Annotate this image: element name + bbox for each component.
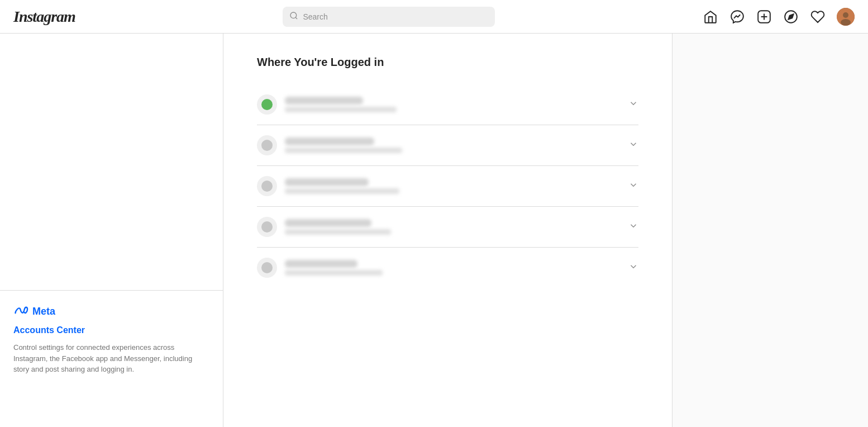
chevron-down-icon[interactable] [628, 262, 638, 274]
main-container: Meta Accounts Center Control settings fo… [0, 34, 868, 427]
session-left [257, 135, 402, 155]
svg-point-9 [841, 19, 851, 26]
chevron-down-icon[interactable] [628, 221, 638, 234]
search-container [283, 7, 495, 27]
left-sidebar: Meta Accounts Center Control settings fo… [0, 34, 223, 427]
session-info [285, 219, 391, 235]
session-detail [285, 270, 383, 276]
svg-line-1 [296, 17, 298, 19]
svg-point-8 [843, 12, 848, 18]
right-column [673, 34, 868, 427]
main-content: Where You're Logged in [223, 34, 673, 427]
sessions-list [257, 84, 638, 288]
session-info [285, 178, 399, 194]
session-left [257, 217, 391, 237]
section-title: Where You're Logged in [257, 56, 638, 69]
session-name [285, 178, 369, 186]
session-icon [257, 217, 277, 237]
session-name [285, 219, 371, 227]
meta-description: Control settings for connected experienc… [13, 342, 209, 375]
sidebar-top [0, 34, 223, 291]
session-name [285, 97, 363, 105]
session-icon [257, 258, 277, 278]
session-left [257, 94, 397, 115]
search-wrapper [283, 7, 495, 27]
meta-label: Meta [32, 306, 55, 317]
header-nav [703, 8, 855, 26]
session-item [257, 207, 638, 248]
session-item [257, 125, 638, 166]
session-info [285, 260, 383, 276]
accounts-center-link[interactable]: Accounts Center [13, 325, 209, 335]
search-icon [289, 11, 298, 22]
session-icon [257, 176, 277, 196]
session-device-icon [261, 99, 273, 110]
session-detail [285, 188, 399, 194]
chevron-down-icon[interactable] [628, 180, 638, 193]
session-name [285, 137, 374, 145]
search-input[interactable] [303, 12, 488, 21]
chevron-down-icon[interactable] [628, 98, 638, 111]
messenger-icon[interactable] [729, 9, 745, 25]
session-device-icon [261, 262, 273, 273]
instagram-logo: Instagram [13, 8, 75, 26]
session-device-icon [261, 221, 273, 233]
meta-logo: Meta [13, 304, 209, 319]
session-item [257, 84, 638, 125]
meta-symbol-icon [13, 304, 29, 319]
session-left [257, 176, 399, 196]
session-item [257, 248, 638, 288]
session-detail [285, 107, 397, 112]
session-left [257, 258, 383, 278]
session-info [285, 97, 397, 112]
svg-point-0 [290, 12, 297, 18]
profile-avatar[interactable] [837, 8, 855, 26]
create-icon[interactable] [756, 9, 772, 25]
session-detail [285, 229, 391, 235]
session-icon [257, 135, 277, 155]
explore-icon[interactable] [783, 9, 799, 25]
session-detail [285, 148, 402, 153]
session-device-icon [261, 140, 273, 151]
heart-icon[interactable] [810, 9, 826, 25]
chevron-down-icon[interactable] [628, 139, 638, 152]
home-icon[interactable] [703, 9, 718, 25]
session-icon [257, 94, 277, 115]
session-info [285, 137, 402, 153]
svg-marker-6 [788, 14, 793, 19]
session-name [285, 260, 357, 268]
session-item [257, 166, 638, 207]
session-device-icon [261, 181, 273, 192]
meta-section: Meta Accounts Center Control settings fo… [0, 291, 223, 388]
header: Instagram [0, 0, 868, 34]
